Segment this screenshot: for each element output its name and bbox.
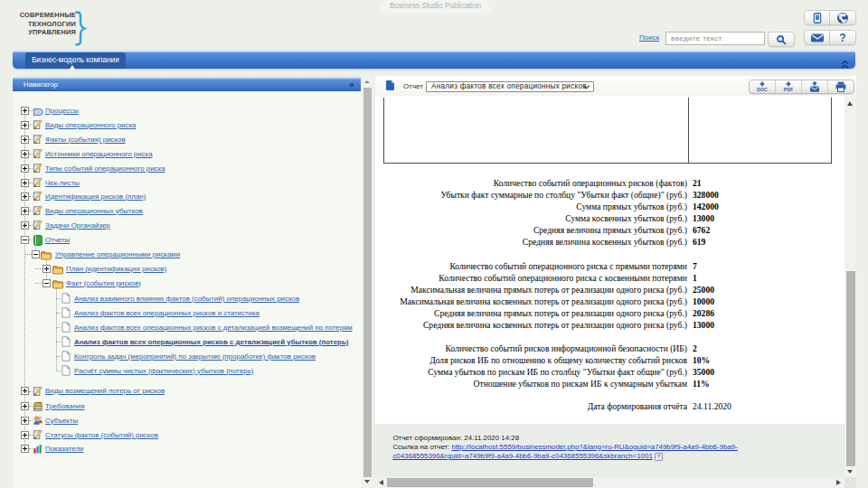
svg-text:DOC: DOC — [757, 87, 768, 92]
svg-text:PDF: PDF — [784, 87, 793, 92]
